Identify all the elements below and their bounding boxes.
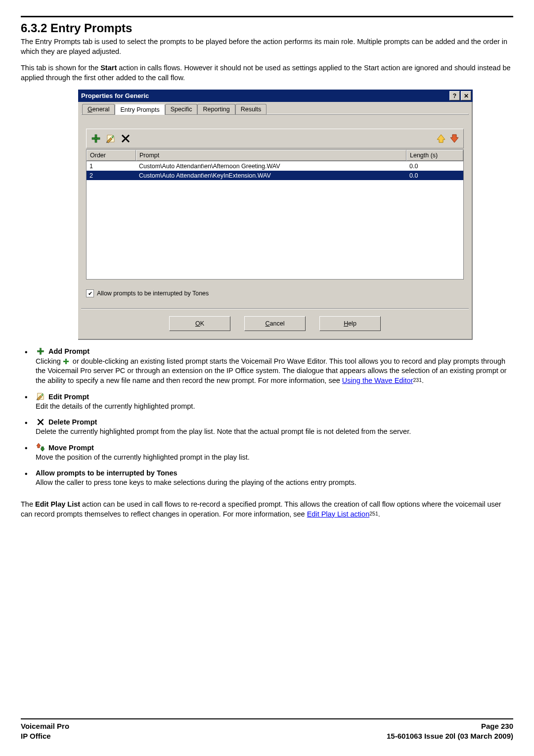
prompt-table-body[interactable]: 1 Custom\Auto Attendant\en\Afternoon Gre…: [86, 161, 464, 280]
cell-order: 2: [87, 172, 136, 179]
section-heading: 6.3.2 Entry Prompts: [21, 21, 513, 35]
mnemonic: G: [88, 106, 92, 113]
dialog-title: Properties for Generic: [81, 92, 149, 99]
feature-allow-interrupt: Allow prompts to be interrupted by Tones…: [21, 469, 513, 488]
delete-icon: [36, 418, 45, 426]
text: Edit the details of the currently highli…: [36, 402, 195, 410]
edit-play-list-bold: Edit Play List: [35, 500, 80, 508]
feature-title: Allow prompts to be interrupted by Tones: [36, 469, 178, 477]
text: This tab is shown for the: [21, 64, 100, 72]
cell-order: 1: [87, 163, 136, 170]
move-up-button[interactable]: [435, 133, 447, 144]
dialog-titlebar: Properties for Generic ? ✕: [78, 90, 473, 102]
cancel-button[interactable]: Cancel: [244, 316, 306, 331]
plus-icon: [63, 358, 70, 365]
mnemonic: O: [195, 320, 200, 327]
table-row[interactable]: 1 Custom\Auto Attendant\en\Afternoon Gre…: [87, 161, 463, 171]
footer-issue: 15-601063 Issue 20l (03 March 2009): [387, 731, 513, 741]
edit-prompt-button[interactable]: [104, 133, 117, 144]
feature-move-prompt: Move Prompt Move the position of the cur…: [21, 443, 513, 463]
start-bold: Start: [100, 64, 117, 72]
col-order[interactable]: Order: [87, 150, 136, 161]
delete-prompt-button[interactable]: [119, 133, 132, 144]
text: Clicking: [36, 357, 63, 365]
page-footer: Voicemail Pro IP Office Page 230 15-6010…: [21, 718, 513, 742]
feature-delete-prompt: Delete Prompt Delete the currently highl…: [21, 418, 513, 437]
tab-results[interactable]: Results: [235, 104, 267, 114]
cell-length: 0.0: [406, 172, 463, 179]
tab-general[interactable]: General: [82, 104, 115, 114]
allow-interrupt-checkbox[interactable]: ✔: [86, 289, 94, 297]
feature-title: Move Prompt: [48, 444, 94, 452]
col-length[interactable]: Length (s): [406, 150, 463, 161]
properties-dialog: Properties for Generic ? ✕ General Entry…: [78, 90, 473, 340]
text: .: [378, 510, 380, 518]
feature-title: Delete Prompt: [48, 418, 97, 426]
intro-para-1: The Entry Prompts tab is used to select …: [21, 37, 513, 56]
text: Delete the currently highlighted prompt …: [36, 427, 411, 435]
footer-page: Page 230: [387, 721, 513, 731]
text: Move the position of the currently highl…: [36, 453, 250, 461]
text: action can be used in call flows to re-r…: [21, 500, 501, 518]
plus-icon: [36, 347, 45, 356]
feature-title: Add Prompt: [48, 347, 89, 355]
text: ancel: [270, 320, 285, 327]
mnemonic: C: [266, 320, 270, 327]
mnemonic: H: [344, 320, 348, 327]
toolbar: [86, 129, 464, 148]
text: or double-clicking an existing listed pr…: [36, 357, 507, 384]
text: The: [21, 500, 35, 508]
text: elp: [348, 320, 356, 327]
cell-prompt: Custom\Auto Attendant\en\KeyInExtension.…: [136, 172, 406, 179]
text: eneral: [92, 106, 110, 113]
feature-title: Edit Prompt: [48, 393, 89, 401]
closing-para: The Edit Play List action can be used in…: [21, 500, 513, 519]
tab-specific[interactable]: Specific: [165, 104, 198, 114]
table-row[interactable]: 2 Custom\Auto Attendant\en\KeyInExtensio…: [87, 171, 463, 180]
prompt-table-header: Order Prompt Length (s): [86, 149, 464, 161]
col-prompt[interactable]: Prompt: [136, 150, 406, 161]
tab-reporting[interactable]: Reporting: [197, 104, 235, 114]
edit-icon: [36, 392, 45, 401]
text: .: [422, 377, 424, 384]
footer-product: Voicemail Pro: [21, 721, 69, 731]
tab-strip: General Entry Prompts Specific Reporting…: [82, 104, 469, 114]
help-button[interactable]: Help: [319, 316, 381, 331]
text: K: [200, 320, 204, 327]
intro-para-2: This tab is shown for the Start action i…: [21, 63, 513, 83]
feature-add-prompt: Add Prompt Clicking or double-clicking a…: [21, 347, 513, 385]
move-icon: [36, 443, 45, 452]
page-ref: 251: [369, 511, 378, 517]
titlebar-close-button[interactable]: ✕: [461, 91, 471, 100]
edit-play-list-link[interactable]: Edit Play List action: [307, 510, 370, 518]
text: Allow the caller to press tone keys to m…: [36, 478, 356, 486]
cell-length: 0.0: [406, 163, 463, 170]
footer-product-sub: IP Office: [21, 731, 69, 741]
add-prompt-button[interactable]: [89, 133, 102, 144]
ok-button[interactable]: OK: [169, 316, 230, 331]
feature-edit-prompt: Edit Prompt Edit the details of the curr…: [21, 392, 513, 412]
tab-entry-prompts[interactable]: Entry Prompts: [115, 104, 165, 115]
wave-editor-link[interactable]: Using the Wave Editor: [342, 377, 413, 384]
allow-interrupt-label: Allow prompts to be interrupted by Tones: [97, 290, 209, 297]
page-ref: 231: [413, 377, 422, 383]
move-down-button[interactable]: [448, 133, 460, 144]
cell-prompt: Custom\Auto Attendant\en\Afternoon Greet…: [136, 163, 406, 170]
titlebar-help-button[interactable]: ?: [449, 91, 460, 100]
